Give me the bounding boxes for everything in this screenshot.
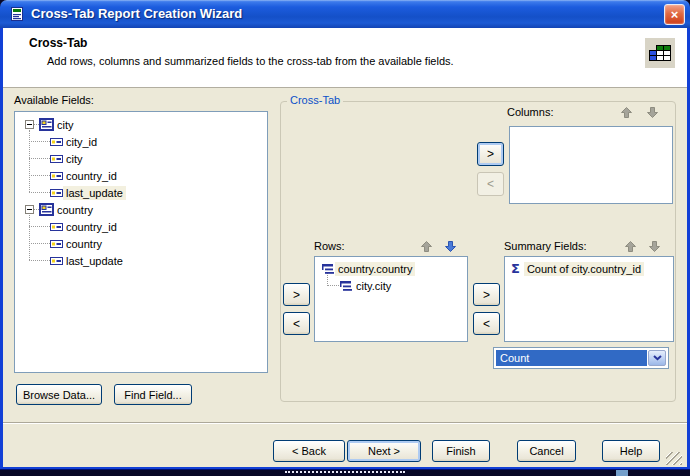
next-button[interactable]: Next >: [347, 440, 421, 462]
available-fields-tree[interactable]: city city_id city: [14, 111, 268, 373]
tree-item-label: country_id: [63, 169, 120, 183]
columns-move-down-icon: [647, 107, 658, 118]
screen: Cross-Tab Report Creation Wizard × Cross…: [0, 0, 690, 476]
columns-add-button[interactable]: >: [477, 142, 504, 166]
tree-item-city[interactable]: city: [25, 116, 77, 133]
tree-item-city-id[interactable]: city_id: [29, 133, 100, 150]
close-icon[interactable]: ×: [664, 4, 685, 25]
tree-item-country[interactable]: country: [25, 201, 96, 218]
summary-remove-button[interactable]: <: [473, 312, 500, 335]
field-icon: [50, 172, 63, 180]
rows-remove-button[interactable]: <: [283, 312, 310, 335]
tree-item-label: country: [54, 203, 96, 217]
help-button[interactable]: Help: [602, 440, 660, 462]
find-field-button[interactable]: Find Field...: [114, 384, 192, 405]
summary-operation-value: Count: [496, 350, 647, 366]
columns-label: Columns:: [507, 106, 553, 118]
field-icon: [50, 223, 63, 231]
rows-move-down-icon[interactable]: [445, 241, 456, 252]
field-icon: [50, 155, 63, 163]
dialog-body: Cross-Tab Add rows, columns and summariz…: [3, 28, 687, 467]
tree-item-label: country: [63, 237, 105, 251]
back-button[interactable]: < Back: [273, 440, 345, 462]
rows-item-city-city[interactable]: city.city: [327, 277, 394, 294]
step-description: Add rows, columns and summarized fields …: [47, 55, 454, 67]
rows-item-label: city.city: [353, 279, 394, 293]
footer-separator: [3, 422, 687, 424]
field-icon: [50, 138, 63, 146]
crosstab-group: Cross-Tab Columns: > < Rows:: [280, 101, 676, 402]
rows-item-country-country[interactable]: country.country: [321, 260, 415, 277]
tree-item-label: country_id: [63, 220, 120, 234]
collapse-icon[interactable]: [25, 120, 34, 129]
finish-button[interactable]: Finish: [432, 440, 490, 462]
summary-fields-listbox[interactable]: Σ Count of city.country_id: [504, 256, 674, 342]
desktop-artifact: [285, 471, 405, 476]
field-icon: [50, 189, 63, 197]
chevron-down-icon[interactable]: [648, 350, 666, 366]
summary-operation-combobox[interactable]: Count: [493, 347, 669, 369]
available-fields-label: Available Fields:: [14, 94, 94, 106]
tree-item-label: last_update: [63, 254, 126, 268]
tree-item-country-country-id[interactable]: country_id: [29, 218, 120, 235]
summary-add-button[interactable]: >: [473, 283, 500, 306]
report-document-icon: [9, 6, 25, 22]
table-icon: [39, 118, 54, 131]
tree-item-country-last-update[interactable]: last_update: [29, 252, 126, 269]
field-icon: [50, 257, 63, 265]
tree-item-country-id[interactable]: country_id: [29, 167, 120, 184]
rows-label: Rows:: [314, 240, 345, 252]
columns-move-up-icon: [621, 107, 632, 118]
tree-item-label: city: [54, 118, 77, 132]
crosstab-group-label: Cross-Tab: [287, 94, 343, 106]
summary-item-count[interactable]: Σ Count of city.country_id: [511, 260, 644, 277]
tree-item-label: city: [63, 152, 86, 166]
tree-item-label: city_id: [63, 135, 100, 149]
summary-move-down-icon: [649, 241, 660, 252]
summary-item-label: Count of city.country_id: [524, 262, 644, 276]
cancel-button[interactable]: Cancel: [517, 440, 576, 462]
sigma-icon: Σ: [511, 263, 520, 275]
table-icon: [39, 203, 54, 216]
columns-listbox[interactable]: [509, 126, 673, 204]
summary-fields-label: Summary Fields:: [504, 240, 587, 252]
collapse-icon[interactable]: [25, 205, 34, 214]
columns-remove-button: <: [477, 172, 504, 196]
crosstab-grid-icon: [645, 38, 675, 68]
rows-listbox[interactable]: country.country city.city: [314, 256, 468, 342]
field-icon: [50, 240, 63, 248]
summary-move-up-icon: [625, 241, 636, 252]
window-title: Cross-Tab Report Creation Wizard: [31, 0, 242, 27]
tree-item-label: last_update: [63, 186, 126, 200]
tree-item-country-country[interactable]: country: [29, 235, 105, 252]
tree-item-last-update-selected[interactable]: last_update: [29, 184, 126, 201]
rows-item-label: country.country: [335, 262, 415, 276]
rows-add-button[interactable]: >: [283, 283, 310, 306]
desktop-artifact: [616, 470, 628, 476]
rows-move-up-icon: [421, 241, 432, 252]
group-icon: [321, 263, 335, 275]
step-title: Cross-Tab: [29, 36, 87, 50]
tree-item-city-city[interactable]: city: [29, 150, 86, 167]
resize-grip[interactable]: [666, 452, 682, 465]
browse-data-button[interactable]: Browse Data...: [16, 384, 102, 405]
window-frame: Cross-Tab Add rows, columns and summariz…: [0, 28, 690, 470]
wizard-step-header: Cross-Tab Add rows, columns and summariz…: [3, 28, 687, 88]
title-bar[interactable]: Cross-Tab Report Creation Wizard ×: [0, 0, 690, 28]
group-icon: [339, 280, 353, 292]
